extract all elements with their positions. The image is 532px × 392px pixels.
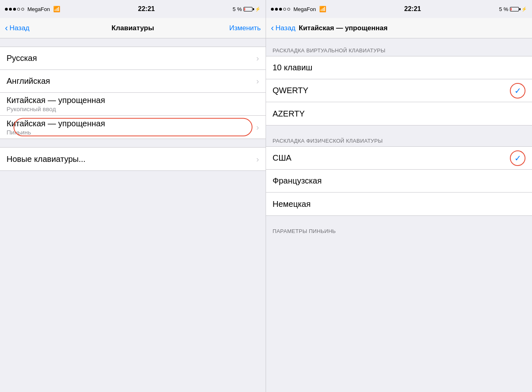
right-status-bar: MegaFon 📶 22:21 5 % ⚡ [266, 0, 532, 18]
left-battery-bolt: ⚡ [255, 7, 261, 12]
usa-check-circle: ✓ [510, 150, 525, 166]
right-time: 22:21 [326, 5, 499, 13]
right-wifi-icon: 📶 [319, 6, 326, 12]
virtual-keyboard-header: РАСКЛАДКА ВИРТУАЛЬНОЙ КЛАВИАТУРЫ [266, 43, 532, 56]
right-dot-1 [271, 8, 274, 11]
left-nav-action[interactable]: Изменить [229, 24, 261, 32]
usa-checkmark-icon: ✓ [514, 153, 521, 163]
left-back-button[interactable]: ‹ Назад [5, 23, 29, 34]
physical-keyboard-header: РАСКЛАДКА ФИЗИЧЕСКОЙ КЛАВИАТУРЫ [266, 134, 532, 146]
list-item-chinese-py-content: Китайская — упрощенная Пиньинь [7, 119, 253, 136]
left-battery-icon: ⚡ [243, 7, 261, 12]
list-item-10-keys[interactable]: 10 клавиш [266, 56, 532, 79]
right-back-button[interactable]: ‹ Назад [271, 23, 295, 34]
list-item-english-chevron-icon: › [256, 76, 259, 86]
right-battery-icon: ⚡ [510, 7, 527, 12]
left-status-bar: MegaFon 📶 22:21 5 % ⚡ [0, 0, 266, 18]
left-nav-bar: ‹ Назад Клавиатуры Изменить [0, 18, 266, 38]
list-item-chinese-hw-title: Китайская — упрощенная [7, 96, 259, 105]
left-back-chevron-icon: ‹ [5, 23, 8, 34]
list-item-chinese-py-subtitle: Пиньинь [7, 129, 253, 136]
right-back-chevron-icon: ‹ [271, 23, 274, 34]
right-battery-bolt: ⚡ [521, 7, 527, 12]
dot-2 [9, 8, 12, 11]
physical-keyboard-list: США ✓ Французская Немецкая [266, 146, 532, 216]
right-dot-3 [279, 8, 282, 11]
left-time: 22:21 [60, 5, 233, 13]
dot-4 [17, 8, 20, 11]
left-panel: MegaFon 📶 22:21 5 % ⚡ ‹ Назад Клавиатуры… [0, 0, 266, 392]
list-item-english-title: Английская [7, 76, 253, 86]
list-item-russian[interactable]: Русская › [0, 47, 266, 70]
left-nav-title: Клавиатуры [112, 24, 154, 32]
list-item-new-keyboards-content: Новые клавиатуры... [7, 155, 253, 164]
right-battery-fill [511, 8, 512, 11]
left-battery-percent: 5 % [233, 6, 242, 12]
list-item-new-keyboards[interactable]: Новые клавиатуры... › [0, 148, 266, 170]
left-carrier: MegaFon 📶 [5, 6, 60, 12]
list-item-usa-title: США [273, 153, 510, 163]
list-item-german-title: Немецкая [273, 199, 525, 209]
left-battery-fill [244, 8, 245, 11]
list-item-chinese-pinyin[interactable]: Китайская — упрощенная Пиньинь › [0, 116, 266, 139]
right-battery-tip [519, 8, 521, 10]
left-battery-body [243, 7, 252, 11]
dot-5 [21, 8, 24, 11]
right-dot-4 [283, 8, 286, 11]
list-item-usa[interactable]: США ✓ [266, 147, 532, 170]
list-item-chinese-hw-content: Китайская — упрощенная Рукописный ввод [7, 96, 259, 112]
right-carrier: MegaFon 📶 [271, 6, 326, 12]
right-panel: MegaFon 📶 22:21 5 % ⚡ ‹ Назад Китайская … [266, 0, 532, 392]
dot-1 [5, 8, 8, 11]
right-battery-percent: 5 % [499, 6, 508, 12]
signal-dots [5, 8, 24, 11]
list-item-qwerty-title: QWERTY [273, 86, 510, 95]
right-back-label: Назад [275, 24, 295, 32]
list-item-chinese-hw-subtitle: Рукописный ввод [7, 105, 259, 112]
right-nav-title: Китайская — упрощенная [299, 24, 388, 32]
list-item-russian-chevron-icon: › [256, 54, 259, 63]
list-item-french-title: Французская [273, 176, 525, 186]
list-item-russian-content: Русская [7, 54, 253, 63]
list-item-new-keyboards-chevron-icon: › [256, 155, 259, 164]
list-item-german[interactable]: Немецкая [266, 193, 532, 215]
mid-spacer [0, 139, 266, 147]
list-item-russian-title: Русская [7, 54, 253, 63]
keyboard-list: Русская › Английская › Китайская — упрощ… [0, 47, 266, 139]
right-scroll-area: РАСКЛАДКА ВИРТУАЛЬНОЙ КЛАВИАТУРЫ 10 клав… [266, 38, 532, 392]
left-wifi-icon: 📶 [53, 6, 60, 12]
list-item-chinese-py-chevron-icon: › [256, 123, 259, 132]
right-dot-5 [287, 8, 290, 11]
list-item-chinese-handwriting[interactable]: Китайская — упрощенная Рукописный ввод [0, 93, 266, 116]
left-battery-tip [253, 8, 254, 10]
left-back-label: Назад [9, 24, 29, 32]
list-item-10-keys-title: 10 клавиш [273, 63, 525, 72]
left-scroll-area: Русская › Английская › Китайская — упрощ… [0, 38, 266, 392]
list-item-english-content: Английская [7, 76, 253, 86]
list-item-english[interactable]: Английская › [0, 70, 266, 93]
list-item-french[interactable]: Французская [266, 170, 532, 193]
list-item-new-keyboards-title: Новые клавиатуры... [7, 155, 253, 164]
right-signal-dots [271, 8, 290, 11]
right-carrier-name: MegaFon [293, 6, 316, 12]
left-carrier-name: MegaFon [27, 6, 50, 12]
qwerty-check-circle: ✓ [510, 83, 525, 99]
qwerty-checkmark-icon: ✓ [514, 86, 521, 96]
virtual-keyboard-list: 10 клавиш QWERTY ✓ AZERTY [266, 56, 532, 125]
right-battery-info: 5 % ⚡ [499, 6, 527, 12]
right-mid-spacer-2 [266, 216, 532, 224]
right-nav-bar: ‹ Назад Китайская — упрощенная [266, 18, 532, 38]
right-dot-2 [275, 8, 278, 11]
left-battery-info: 5 % ⚡ [233, 6, 261, 12]
list-item-azerty[interactable]: AZERTY [266, 102, 532, 125]
pinyin-section-header: ПАРАМЕТРЫ ПИНЬИНЬ [266, 224, 532, 237]
list-item-qwerty[interactable]: QWERTY ✓ [266, 79, 532, 102]
right-mid-spacer-1 [266, 125, 532, 134]
right-top-spacer [266, 38, 532, 43]
list-item-chinese-py-title: Китайская — упрощенная [7, 119, 253, 128]
right-battery-body [510, 7, 519, 11]
dot-3 [13, 8, 16, 11]
new-keyboards-group: Новые клавиатуры... › [0, 147, 266, 171]
list-item-azerty-title: AZERTY [273, 109, 525, 119]
top-spacer [0, 38, 266, 47]
